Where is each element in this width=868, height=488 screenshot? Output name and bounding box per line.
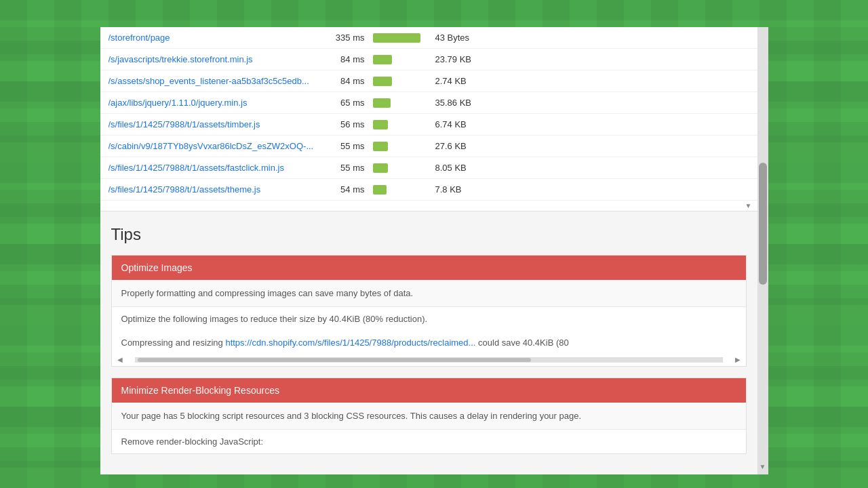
tip-detail-text: Optimize the following images to reduce … (121, 314, 428, 324)
tip-card-render-blocking: Minimize Render-Blocking Resources Your … (111, 378, 747, 454)
resource-bar (373, 55, 392, 64)
tip-detail-text: Remove render-blocking JavaScript: (121, 436, 264, 447)
resource-bar-container (373, 142, 427, 151)
resource-bar (373, 142, 388, 151)
resource-time: 56 ms (326, 119, 373, 129)
table-row: /s/assets/shop_events_listener-aa5b3af3c… (100, 70, 757, 92)
main-panel: /storefront/page 335 ms 43 Bytes /s/java… (100, 27, 768, 474)
resource-bar-container (373, 120, 427, 129)
resource-time: 84 ms (326, 54, 373, 64)
tip-description: Properly formatting and compressing imag… (112, 280, 746, 307)
resource-size: 7.8 KB (427, 184, 749, 195)
resource-size: 2.74 KB (427, 76, 749, 86)
scroll-down-arrow-icon[interactable]: ▼ (760, 463, 766, 470)
resource-url[interactable]: /s/files/1/1425/7988/t/1/assets/theme.js (108, 184, 326, 195)
tip-header: Minimize Render-Blocking Resources (112, 378, 746, 403)
resource-table: /storefront/page 335 ms 43 Bytes /s/java… (100, 27, 757, 211)
tip-detail-link-container: Compressing and resizing https://cdn.sho… (112, 331, 746, 366)
table-row: /s/files/1/1425/7988/t/1/assets/theme.js… (100, 179, 757, 201)
table-row: /s/cabin/v9/187TYb8ysVvxar86lcDsZ_esZW2x… (100, 136, 757, 157)
table-row: /s/files/1/1425/7988/t/1/assets/fastclic… (100, 157, 757, 179)
tip-detail-link-prefix: Compressing and resizing (121, 338, 226, 348)
resource-bar-container (373, 33, 427, 43)
content-area[interactable]: /storefront/page 335 ms 43 Bytes /s/java… (100, 27, 757, 474)
tip-detail-link-suffix: could save 40.4KiB (80 (475, 338, 568, 348)
resource-bar-container (373, 77, 427, 86)
horizontal-scrollbar[interactable] (135, 357, 723, 363)
resource-size: 35.86 KB (427, 98, 749, 108)
resource-time: 55 ms (326, 163, 373, 173)
resource-size: 8.05 KB (427, 163, 749, 173)
tips-title: Tips (111, 225, 747, 244)
scroll-left-icon[interactable]: ◀ (117, 356, 123, 363)
resource-bar (373, 77, 392, 86)
resource-size: 43 Bytes (427, 33, 749, 43)
vertical-scrollbar[interactable]: ▼ (757, 27, 768, 474)
resource-bar (373, 33, 420, 43)
table-row: /s/javascripts/trekkie.storefront.min.js… (100, 49, 757, 70)
resource-bar (373, 163, 388, 173)
resource-time: 54 ms (326, 184, 373, 195)
tip-card-optimize-images: Optimize Images Properly formatting and … (111, 255, 747, 367)
resource-time: 84 ms (326, 76, 373, 86)
tip-header: Optimize Images (112, 256, 746, 280)
resource-url[interactable]: /ajax/libs/jquery/1.11.0/jquery.min.js (108, 98, 326, 108)
resource-url[interactable]: /s/cabin/v9/187TYb8ysVvxar86lcDsZ_esZW2x… (108, 141, 326, 151)
resource-bar-container (373, 55, 427, 64)
tip-detail-link-row: Compressing and resizing https://cdn.sho… (112, 331, 746, 354)
tips-section: Tips Optimize Images Properly formatting… (100, 211, 757, 474)
resource-url[interactable]: /s/javascripts/trekkie.storefront.min.js (108, 54, 326, 64)
resource-url[interactable]: /s/files/1/1425/7988/t/1/assets/timber.j… (108, 119, 326, 129)
tip-description: Your page has 5 blocking script resource… (112, 403, 746, 430)
resource-bar (373, 185, 387, 195)
resource-url[interactable]: /s/files/1/1425/7988/t/1/assets/fastclic… (108, 163, 326, 173)
resource-size: 23.79 KB (427, 54, 749, 64)
tip-detail-render: Remove render-blocking JavaScript: (112, 430, 746, 453)
resource-size: 27.6 KB (427, 141, 749, 151)
resource-bar-container (373, 163, 427, 173)
table-row: /s/files/1/1425/7988/t/1/assets/timber.j… (100, 114, 757, 136)
resource-bar-container (373, 98, 427, 108)
resource-bar (373, 120, 388, 129)
resource-url[interactable]: /s/assets/shop_events_listener-aa5b3af3c… (108, 76, 326, 86)
horizontal-scrollbar-thumb (138, 358, 531, 362)
scroll-down-icon[interactable]: ▼ (745, 202, 752, 209)
tip-detail-optimize: Optimize the following images to reduce … (112, 307, 746, 331)
resource-time: 335 ms (326, 33, 373, 43)
resource-url[interactable]: /storefront/page (108, 33, 326, 43)
tip-detail-link[interactable]: https://cdn.shopify.com/s/files/1/1425/7… (225, 338, 475, 348)
resource-time: 55 ms (326, 141, 373, 151)
resource-bar-container (373, 185, 427, 195)
resource-bar (373, 98, 391, 108)
resource-time: 65 ms (326, 98, 373, 108)
scrollbar-thumb (759, 163, 767, 285)
resource-size: 6.74 KB (427, 119, 749, 129)
table-row: /storefront/page 335 ms 43 Bytes (100, 27, 757, 49)
scroll-right-icon[interactable]: ▶ (735, 356, 741, 363)
table-row: /ajax/libs/jquery/1.11.0/jquery.min.js 6… (100, 92, 757, 114)
